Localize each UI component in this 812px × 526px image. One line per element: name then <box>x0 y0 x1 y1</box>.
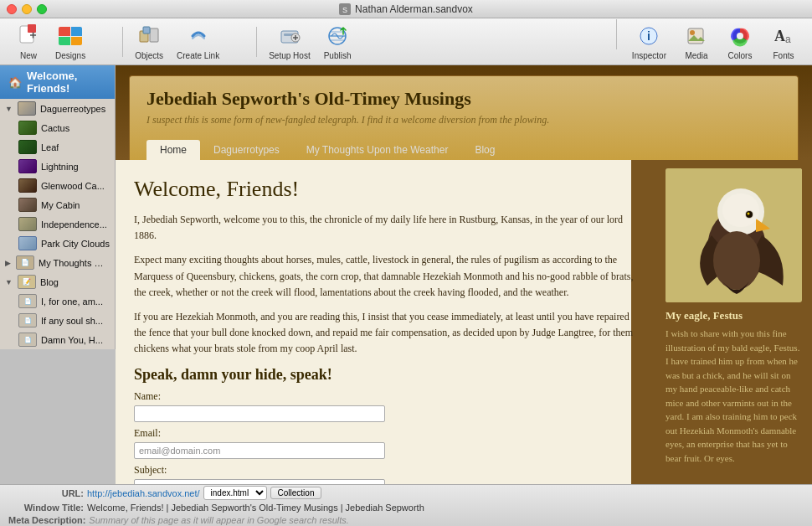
chevron-down-icon-blog: ▼ <box>5 278 13 286</box>
sidebar-item-blog-1[interactable]: 📄 I, for one, am... <box>0 291 115 311</box>
site-tagline: I suspect this is some form of new-fangl… <box>146 114 781 126</box>
inspector-icon: i <box>635 23 662 49</box>
subject-label: Subject: <box>134 464 639 477</box>
sidebar-item-blog-3-label: Damn You, H... <box>41 335 103 345</box>
meta-desc-label: Meta Description: <box>8 515 85 525</box>
setup-host-label: Setup Host <box>269 51 310 60</box>
colors-button[interactable]: Colors <box>720 19 760 64</box>
meta-desc-value: Summary of this page as it will appear i… <box>89 515 349 525</box>
sidebar-item-cactus[interactable]: Cactus <box>0 118 115 137</box>
sidebar-item-blog-2[interactable]: 📄 If any soul sh... <box>0 311 115 330</box>
collection-button[interactable]: Collection <box>270 487 322 499</box>
sidebar-item-blog-label: Blog <box>40 277 59 287</box>
create-link-icon <box>185 23 212 49</box>
nav-blog[interactable]: Blog <box>461 140 508 160</box>
create-link-label: Create Link <box>177 51 219 60</box>
minimize-button[interactable] <box>22 4 32 14</box>
welcome-label: Welcome, Friends! <box>27 70 106 95</box>
create-link-button[interactable]: Create Link <box>170 19 226 64</box>
sidebar-item-lightning-label: Lightning <box>41 162 79 172</box>
toolbar-objects-group: Objects Create Link <box>128 19 226 64</box>
nav-daguerrotypes[interactable]: Daguerrotypes <box>200 140 293 160</box>
titlebar: S Nathan Alderman.sandvox <box>0 0 812 18</box>
preview-para-1: I, Jebediah Sepworth, welcome you to thi… <box>134 212 639 244</box>
blog-1-thumb: 📄 <box>18 294 37 308</box>
main-area: 🏠 Welcome, Friends! ▼ Daguerreotypes Cac… <box>0 65 812 484</box>
preview-body: Welcome, Friends! I, Jebediah Sepworth, … <box>116 160 812 484</box>
email-input[interactable] <box>134 442 385 459</box>
svg-text:a: a <box>785 34 791 45</box>
window-controls <box>7 4 47 14</box>
subject-input[interactable] <box>134 479 385 485</box>
toolbar-separator-2 <box>256 27 257 57</box>
sidebar-item-leaf[interactable]: Leaf <box>0 137 115 157</box>
url-label: URL: <box>8 488 84 498</box>
new-button[interactable]: New <box>8 19 49 64</box>
chevron-down-icon: ▼ <box>5 105 13 113</box>
publish-button[interactable]: Publish <box>317 19 358 64</box>
name-label: Name: <box>134 390 639 403</box>
sidebar-item-daguerreotypes-label: Daguerreotypes <box>40 104 105 114</box>
sidebar-item-blog[interactable]: ▼ 📝 Blog <box>0 272 115 291</box>
form-section-title: Speak, damn your hide, speak! <box>134 366 639 384</box>
lightning-thumb <box>18 159 37 173</box>
my-thoughts-thumb: 📄 <box>16 255 34 270</box>
eagle-caption: My eagle, Festus <box>666 309 804 322</box>
glenwood-thumb <box>18 178 37 193</box>
sidebar-item-daguerreotypes[interactable]: ▼ Daguerreotypes <box>0 99 115 118</box>
preview-para-3: If you are Hezekiah Monmoth, and you are… <box>134 309 639 358</box>
url-value[interactable]: http://jebediah.sandvox.net/ <box>87 488 200 498</box>
window-title-row: Window Title: Welcome, Friends! | Jebedi… <box>8 503 804 513</box>
sidebar-item-independence-label: Independence... <box>41 219 107 229</box>
name-input[interactable] <box>134 405 385 422</box>
welcome-icon: 🏠 <box>8 76 22 89</box>
fonts-icon: A a <box>770 23 797 49</box>
window-title: S Nathan Alderman.sandvox <box>339 3 473 15</box>
designs-button[interactable]: Designs <box>49 19 92 64</box>
svg-point-30 <box>748 213 750 215</box>
preview-para-2: Expect many exciting thoughts about hors… <box>134 252 639 301</box>
toolbar-right-group: i Inspector Media <box>611 19 804 64</box>
preview-nav: Home Daguerrotypes My Thoughts Upon the … <box>146 140 781 160</box>
media-button[interactable]: Media <box>676 19 717 64</box>
site-title: Jebediah Sepworth's Old-Timey Musings <box>146 88 781 110</box>
welcome-banner[interactable]: 🏠 Welcome, Friends! <box>0 65 115 99</box>
sidebar-item-my-thoughts[interactable]: ▶ 📄 My Thoughts Up... <box>0 253 115 272</box>
eagle-description: I wish to share with you this fine illus… <box>666 327 804 465</box>
sidebar-item-park-city[interactable]: Park City Clouds <box>0 234 115 253</box>
designs-icon <box>57 23 84 49</box>
sidebar-item-blog-3[interactable]: 📄 Damn You, H... <box>0 330 115 349</box>
svg-rect-15 <box>688 28 703 44</box>
setup-host-button[interactable]: Setup Host <box>262 19 316 64</box>
sidebar-item-lightning[interactable]: Lightning <box>0 157 115 176</box>
eagle-image <box>666 168 802 302</box>
url-file-select[interactable]: index.html <box>203 486 267 500</box>
svg-rect-8 <box>143 27 150 34</box>
designs-label: Designs <box>55 51 85 60</box>
new-icon <box>15 23 42 49</box>
svg-point-28 <box>722 193 759 227</box>
nav-home[interactable]: Home <box>146 140 200 160</box>
sidebar-item-my-thoughts-label: My Thoughts Up... <box>39 258 110 268</box>
bottom-bar: URL: http://jebediah.sandvox.net/ index.… <box>0 484 812 526</box>
close-button[interactable] <box>7 4 17 14</box>
sidebar-item-my-cabin[interactable]: My Cabin <box>0 195 115 214</box>
fonts-button[interactable]: A a Fonts <box>763 19 804 64</box>
svg-text:i: i <box>647 29 650 43</box>
inspector-button[interactable]: i Inspector <box>625 19 673 64</box>
colors-label: Colors <box>728 51 753 60</box>
sidebar-item-independence[interactable]: Independence... <box>0 214 115 234</box>
maximize-button[interactable] <box>37 4 47 14</box>
sidebar-item-my-cabin-label: My Cabin <box>41 200 80 210</box>
toolbar: New Designs Objects <box>0 18 812 65</box>
nav-my-thoughts[interactable]: My Thoughts Upon the Weather <box>293 140 462 160</box>
objects-button[interactable]: Objects <box>128 19 170 64</box>
svg-point-19 <box>737 33 743 39</box>
setup-host-icon <box>276 23 303 49</box>
page-title: Welcome, Friends! <box>134 177 639 202</box>
url-row: URL: http://jebediah.sandvox.net/ index.… <box>8 486 804 500</box>
publish-label: Publish <box>324 51 352 60</box>
sidebar: 🏠 Welcome, Friends! ▼ Daguerreotypes Cac… <box>0 65 116 349</box>
new-label: New <box>20 51 37 60</box>
sidebar-item-glenwood[interactable]: Glenwood Ca... <box>0 176 115 195</box>
